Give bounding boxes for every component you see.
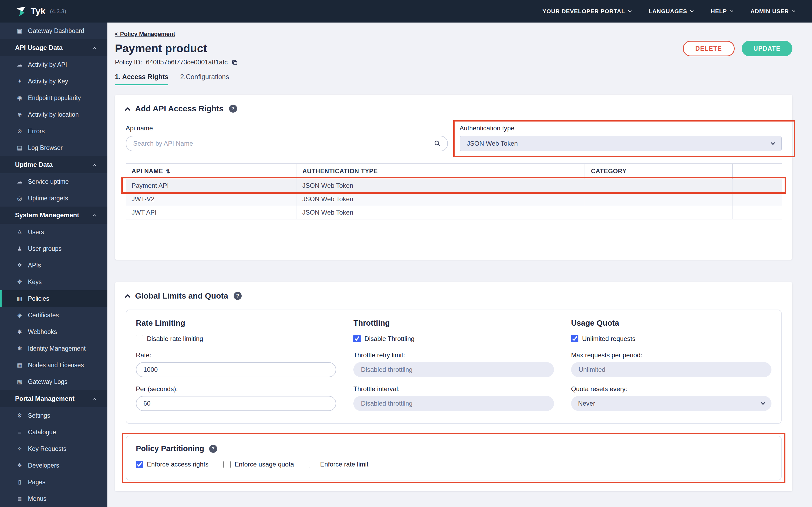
sort-icon[interactable]: ⇅: [166, 168, 170, 174]
delete-button[interactable]: DELETE: [683, 41, 735, 56]
search-icon[interactable]: [434, 140, 441, 147]
disable-rate-limiting-checkbox[interactable]: [136, 335, 143, 342]
help-icon[interactable]: ?: [209, 445, 217, 453]
sidebar-item-activity-by-key[interactable]: ✦Activity by Key: [0, 73, 107, 90]
copy-icon[interactable]: [232, 59, 238, 66]
sidebar-item-label: Webhooks: [28, 328, 57, 336]
api-search-input[interactable]: [126, 136, 448, 151]
tab-configurations[interactable]: 2.Configurations: [180, 73, 229, 85]
usage-quota-column: Usage Quota Unlimited requests Max reque…: [571, 319, 771, 411]
catalogue-icon: ≡: [15, 429, 23, 435]
sidebar-item-label: Policies: [28, 295, 49, 302]
collapse-icon[interactable]: [125, 294, 131, 300]
column-header-api-name[interactable]: API NAME⇅: [126, 163, 296, 179]
sidebar-item-developers[interactable]: ❖Developers: [0, 457, 107, 474]
global-limits-card: Global Limits and Quota ? Rate Limiting …: [115, 282, 793, 492]
tab-access-rights[interactable]: 1. Access Rights: [115, 73, 168, 85]
chevron-down-icon: [628, 9, 631, 12]
column-header-empty: [732, 163, 782, 179]
quota-resets-select[interactable]: Never: [571, 396, 771, 411]
enforce-usage-quota-checkbox[interactable]: [223, 461, 231, 468]
topbar-menu-help[interactable]: HELP: [711, 8, 733, 14]
enforce-rate-limit-checkbox[interactable]: [309, 461, 316, 468]
sidebar-item-users[interactable]: ♙Users: [0, 224, 107, 240]
help-icon[interactable]: ?: [234, 292, 242, 300]
topbar-menu-admin-user[interactable]: ADMIN USER: [751, 8, 795, 14]
sidebar-item-service-uptime[interactable]: ☁Service uptime: [0, 173, 107, 190]
sidebar-item-catalogue[interactable]: ≡Catalogue: [0, 424, 107, 441]
throttle-retry-input: [353, 362, 554, 377]
brand-name: Tyk: [31, 6, 46, 16]
sidebar-item-label: Users: [28, 229, 44, 236]
topbar-menu: YOUR DEVELOPER PORTALLANGUAGESHELPADMIN …: [543, 8, 795, 14]
tabs: 1. Access Rights 2.Configurations: [115, 73, 793, 85]
chevron-up-icon: [93, 47, 96, 50]
sidebar-item-settings[interactable]: ⚙Settings: [0, 407, 107, 424]
sidebar-section-portal-management[interactable]: Portal Management: [0, 390, 107, 407]
sidebar-item-menus[interactable]: ≣Menus: [0, 490, 107, 507]
topbar-menu-languages[interactable]: LANGUAGES: [649, 8, 693, 14]
sidebar-item-apis[interactable]: ✲APIs: [0, 257, 107, 274]
annotation-box-policy-partitioning: [122, 433, 785, 483]
disable-throttling-checkbox[interactable]: [353, 335, 361, 342]
topbar-menu-your-developer-portal[interactable]: YOUR DEVELOPER PORTAL: [543, 8, 631, 14]
sidebar-item-log-browser[interactable]: ▤Log Browser: [0, 139, 107, 156]
unlimited-requests-checkbox[interactable]: [571, 335, 578, 342]
chevron-up-icon: [93, 214, 96, 218]
sidebar-item-webhooks[interactable]: ✱Webhooks: [0, 324, 107, 340]
chevron-down-icon: [730, 9, 733, 12]
sidebar-item-user-groups[interactable]: ♟User groups: [0, 240, 107, 257]
sidebar-item-activity-by-api[interactable]: ☁Activity by API: [0, 56, 107, 73]
sidebar-item-label: Nodes and Licenses: [28, 361, 84, 369]
chevron-down-icon: [690, 9, 694, 12]
sidebar-item-errors[interactable]: ⊘Errors: [0, 123, 107, 139]
key-request-icon: ✧: [15, 446, 23, 452]
collapse-icon[interactable]: [125, 107, 131, 113]
sidebar-section-label: System Management: [15, 211, 79, 219]
update-button[interactable]: UPDATE: [742, 41, 793, 56]
sidebar-item-policies[interactable]: ▥Policies: [0, 290, 107, 307]
topbar-menu-label: LANGUAGES: [649, 8, 687, 14]
rate-input[interactable]: [136, 362, 336, 377]
help-icon[interactable]: ?: [229, 105, 237, 113]
nodes-icon: ▦: [15, 362, 23, 368]
sidebar-section-api-usage-data[interactable]: API Usage Data: [0, 39, 107, 56]
chevron-up-icon: [93, 398, 96, 401]
sidebar-section-system-management[interactable]: System Management: [0, 207, 107, 224]
sidebar-item-gateway-dashboard[interactable]: ▣Gateway Dashboard: [0, 22, 107, 39]
sidebar-item-nodes-and-licenses[interactable]: ▦Nodes and Licenses: [0, 357, 107, 374]
disable-rate-limiting-option[interactable]: Disable rate limiting: [136, 335, 203, 343]
sidebar-item-label: Activity by Key: [28, 78, 68, 85]
sidebar-item-label: Gateway Logs: [28, 378, 67, 386]
sidebar-item-key-requests[interactable]: ✧Key Requests: [0, 441, 107, 457]
tyk-logo[interactable]: Tyk (4.3.3): [15, 5, 66, 17]
unlimited-requests-option[interactable]: Unlimited requests: [571, 335, 636, 343]
table-row-jwt-v2[interactable]: JWT-V2JSON Web Token: [126, 192, 782, 206]
api-table-body: Payment APIJSON Web TokenJWT-V2JSON Web …: [126, 179, 782, 219]
sidebar-item-pages[interactable]: ▯Pages: [0, 474, 107, 490]
sidebar-item-identity-management[interactable]: ❃Identity Management: [0, 340, 107, 357]
sidebar-item-endpoint-popularity[interactable]: ◉Endpoint popularity: [0, 90, 107, 106]
target-icon: ◎: [15, 195, 23, 202]
breadcrumb[interactable]: < Policy Management: [115, 31, 175, 38]
auth-type-select[interactable]: JSON Web Token: [460, 136, 782, 151]
table-row-payment-api[interactable]: Payment APIJSON Web Token: [126, 179, 782, 192]
sidebar-item-keys[interactable]: ✥Keys: [0, 274, 107, 290]
sidebar-item-gateway-logs[interactable]: ▧Gateway Logs: [0, 374, 107, 390]
sidebar-item-activity-by-location[interactable]: ⊕Activity by location: [0, 106, 107, 123]
per-seconds-input[interactable]: [136, 396, 336, 411]
pp-option-enforce-access-rights[interactable]: Enforce access rights: [136, 461, 208, 468]
sidebar-section-uptime-data[interactable]: Uptime Data: [0, 156, 107, 173]
sidebar-item-certificates[interactable]: ◈Certificates: [0, 307, 107, 324]
topbar-menu-label: YOUR DEVELOPER PORTAL: [543, 8, 625, 14]
pp-option-enforce-rate-limit[interactable]: Enforce rate limit: [309, 461, 368, 468]
pages-icon: ▯: [15, 479, 23, 485]
table-row-jwt-api[interactable]: JWT APIJSON Web Token: [126, 206, 782, 219]
enforce-access-rights-checkbox[interactable]: [136, 461, 143, 468]
sidebar-item-label: Key Requests: [28, 445, 66, 453]
disable-throttling-option[interactable]: Disable Throttling: [353, 335, 414, 343]
cell-api-name: Payment API: [126, 179, 296, 192]
pp-option-enforce-usage-quota[interactable]: Enforce usage quota: [223, 461, 294, 468]
sidebar-item-uptime-targets[interactable]: ◎Uptime targets: [0, 190, 107, 207]
disable-throttling-label: Disable Throttling: [364, 335, 414, 343]
